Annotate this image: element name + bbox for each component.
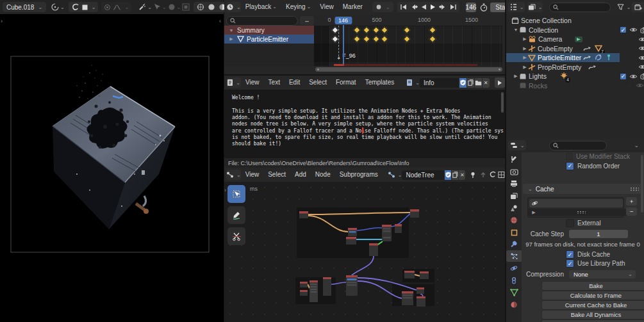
- tab-world[interactable]: [506, 214, 522, 226]
- falloff-curve-icon[interactable]: [113, 4, 121, 11]
- text-name-field[interactable]: Info: [420, 78, 459, 88]
- channel-search-input[interactable]: [226, 16, 298, 26]
- menu-templates[interactable]: Templates: [361, 76, 399, 90]
- open-text-button[interactable]: [475, 78, 482, 88]
- fake-user-button[interactable]: [445, 170, 451, 180]
- menu-view[interactable]: View: [315, 0, 338, 14]
- current-frame-badge[interactable]: 146: [334, 17, 352, 24]
- shading-solid-button[interactable]: [206, 3, 216, 12]
- menu-node[interactable]: Node: [311, 168, 335, 182]
- keyframe-diamond[interactable]: [381, 35, 388, 42]
- music-box-cube[interactable]: [53, 65, 175, 229]
- timeline-scrollbar[interactable]: [315, 67, 502, 72]
- expand-icon[interactable]: ▶: [531, 210, 537, 215]
- tab-particles[interactable]: [506, 250, 522, 262]
- editor-type-button[interactable]: ⌄: [508, 140, 526, 150]
- external-row[interactable]: External: [522, 219, 644, 227]
- bake-button[interactable]: Bake: [541, 281, 644, 291]
- use-modifier-stack-checkbox[interactable]: [566, 153, 573, 160]
- menu-view[interactable]: View: [241, 168, 264, 182]
- jump-to-start-button[interactable]: [400, 4, 407, 10]
- eye-icon[interactable]: [638, 55, 644, 61]
- tab-material[interactable]: [506, 299, 522, 310]
- drag-grip-icon[interactable]: [577, 211, 586, 214]
- outliner-row-particleemitter[interactable]: ▶ ParticleEmitter: [506, 53, 644, 62]
- disk-cache-row[interactable]: ✓ Disk Cache: [522, 250, 644, 259]
- keyframe-diamond[interactable]: [404, 35, 411, 42]
- menu-select[interactable]: Select: [304, 76, 331, 90]
- keyframe-area[interactable]: 050010001500 ▲ F_96 146: [314, 16, 502, 66]
- outliner-row-cubeempty[interactable]: ▶ CubeEmpty 7: [506, 44, 644, 53]
- eye-icon[interactable]: [629, 74, 638, 79]
- filter-button[interactable]: ⌄: [617, 2, 631, 12]
- keyframe-diamond[interactable]: [372, 26, 379, 33]
- expand-icon[interactable]: ▶: [522, 46, 528, 51]
- tab-physics[interactable]: [506, 262, 522, 274]
- menu-keying[interactable]: Keying⌄: [281, 0, 315, 14]
- menu-subprograms[interactable]: Subprograms: [335, 168, 383, 182]
- unlink-text-button[interactable]: ✕: [483, 78, 490, 88]
- current-frame-field[interactable]: 146: [466, 3, 477, 12]
- eye-icon[interactable]: [638, 64, 644, 70]
- rendered-scene[interactable]: [0, 14, 224, 322]
- properties-scrollbar[interactable]: [641, 155, 643, 213]
- current-cache-to-bake-button[interactable]: Current Cache to Bake: [541, 300, 644, 310]
- outliner-row-proprotempty[interactable]: ▶ PropRotEmpty: [506, 63, 644, 72]
- random-order-checkbox[interactable]: ✓: [566, 162, 574, 170]
- properties-search-input[interactable]: [549, 141, 607, 150]
- new-text-button[interactable]: [467, 78, 474, 88]
- cache-list-box[interactable]: ▶: [527, 197, 624, 218]
- keyframe-diamond[interactable]: [331, 35, 338, 42]
- overlay-box-button[interactable]: [182, 2, 190, 12]
- text-datablock-selector[interactable]: ⌄: [406, 77, 420, 88]
- keyframe-diamond[interactable]: [353, 35, 360, 42]
- camera-visibility-icon[interactable]: [640, 27, 644, 33]
- transform-orientation-button[interactable]: ⌄: [51, 2, 65, 12]
- compression-dropdown[interactable]: None ⌄: [569, 270, 636, 278]
- outliner-row-lights[interactable]: ▶ Lights 4 ✓: [506, 72, 644, 81]
- collection-checkbox[interactable]: ✓: [620, 26, 627, 33]
- jump-to-end-button[interactable]: [450, 4, 457, 10]
- camera-visibility-icon[interactable]: [640, 73, 644, 79]
- fake-user-button[interactable]: [459, 78, 466, 88]
- menu-select[interactable]: Select: [263, 168, 290, 182]
- play-button[interactable]: [430, 4, 436, 10]
- editor-type-button[interactable]: ⌄: [226, 77, 241, 88]
- tab-output[interactable]: [506, 178, 522, 189]
- prev-keyframe-button[interactable]: [410, 4, 418, 10]
- go-parent-tree-button[interactable]: [479, 170, 487, 180]
- use-library-path-checkbox[interactable]: ✓: [566, 259, 574, 268]
- expand-icon[interactable]: ▶: [522, 65, 528, 70]
- unlink-nodetree-button[interactable]: ✕: [459, 170, 465, 180]
- expand-icon[interactable]: ▶: [522, 36, 528, 42]
- external-checkbox[interactable]: [566, 219, 574, 227]
- run-script-button[interactable]: [495, 77, 505, 88]
- expand-icon[interactable]: ▼: [513, 28, 519, 32]
- collection-checkbox[interactable]: ✓: [620, 73, 627, 80]
- outliner-row-scene-collection[interactable]: Scene Collection: [506, 16, 644, 25]
- keyframe-diamond[interactable]: [363, 26, 370, 33]
- menu-view[interactable]: View: [241, 76, 264, 90]
- drag-grip-icon[interactable]: [630, 187, 639, 191]
- collection-checkbox[interactable]: [626, 82, 633, 89]
- menu-playback[interactable]: Playback⌄: [241, 0, 281, 14]
- eye-icon[interactable]: [636, 83, 644, 88]
- editor-type-button[interactable]: ⌄: [508, 2, 525, 12]
- keyframe-diamond[interactable]: [429, 35, 436, 42]
- playhead[interactable]: [343, 25, 344, 64]
- bake-all-dynamics-button[interactable]: Bake All Dynamics: [541, 310, 644, 319]
- menu-edit[interactable]: Edit: [285, 76, 304, 90]
- tab-object-data[interactable]: [506, 287, 522, 298]
- tab-view-layer[interactable]: [506, 190, 522, 202]
- use-modifier-stack-row[interactable]: Use Modifier Stack: [522, 152, 644, 160]
- tab-object[interactable]: [506, 227, 522, 238]
- node-editor-body[interactable]: ms ›: [224, 182, 505, 322]
- outliner-row-rocks[interactable]: Rocks: [506, 81, 644, 90]
- eye-icon[interactable]: [629, 27, 638, 33]
- menu-add[interactable]: Add: [290, 168, 311, 182]
- active-object-selector[interactable]: Cube.018 ⌄: [3, 2, 46, 12]
- tab-render[interactable]: [506, 166, 522, 177]
- menu-marker[interactable]: Marker: [338, 0, 367, 14]
- expand-icon[interactable]: ▶: [228, 36, 235, 42]
- play-reverse-button[interactable]: [421, 4, 427, 10]
